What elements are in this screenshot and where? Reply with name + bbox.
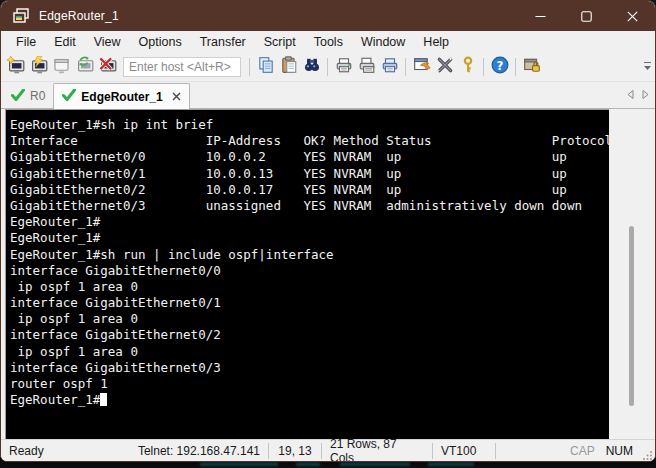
background-window-artifact [340, 462, 410, 466]
menu-help[interactable]: Help [414, 33, 458, 51]
help-icon: ? [491, 56, 509, 78]
toolbar-separator [515, 58, 516, 76]
paste-button[interactable] [277, 56, 300, 79]
disconnect-button[interactable] [96, 56, 119, 79]
connect-in-tab-icon [52, 56, 71, 79]
print-preview-button[interactable] [332, 56, 355, 79]
securecrt-window: EdgeRouter_1 File Edit View Options Tran… [0, 0, 656, 462]
maximize-button[interactable] [563, 1, 609, 31]
status-num-lock: NUM [598, 443, 641, 459]
reconnect-button[interactable] [73, 56, 96, 79]
terminal-line: GigabitEthernet0/3 unassigned YES NVRAM … [10, 198, 609, 214]
lock-session-icon [523, 56, 541, 78]
paste-icon [280, 56, 298, 78]
terminal-prompt-line: EgeRouter_1# [10, 392, 609, 408]
terminal-line: ip ospf 1 area 0 [10, 311, 609, 327]
resize-grip[interactable] [641, 440, 655, 462]
terminal-line: ip ospf 1 area 0 [10, 344, 609, 360]
key-agent-button[interactable] [456, 56, 479, 79]
clear-screen-icon [436, 56, 454, 78]
quick-connect-icon [6, 56, 25, 79]
terminal-line: interface GigabitEthernet0/2 [10, 327, 609, 343]
background-window-artifact [296, 462, 320, 466]
title-bar[interactable]: EdgeRouter_1 [1, 1, 655, 31]
toolbar-separator [483, 58, 484, 76]
status-ready: Ready [9, 444, 44, 458]
key-agent-icon [459, 56, 477, 78]
status-bar: Ready Telnet: 192.168.47.141 19, 13 21 R… [1, 439, 655, 462]
terminal[interactable]: EgeRouter_1#sh ip int brief Interface IP… [5, 109, 609, 439]
connected-check-icon [62, 89, 76, 104]
minimize-button[interactable] [517, 1, 563, 31]
tab-edgerouter-1[interactable]: EdgeRouter_1 [53, 83, 189, 109]
scrollbar-thumb[interactable] [629, 226, 634, 406]
background-window-artifact [200, 462, 278, 466]
session-options-button[interactable] [410, 56, 433, 79]
menu-window[interactable]: Window [352, 33, 414, 51]
menu-edit[interactable]: Edit [45, 33, 85, 51]
window-title: EdgeRouter_1 [39, 9, 119, 23]
status-emulation: VT100 [433, 443, 495, 459]
connect-icon [29, 56, 48, 79]
clear-screen-button[interactable] [433, 56, 456, 79]
connect-in-tab-button[interactable] [50, 56, 73, 79]
status-ready-cell: Ready Telnet: 192.168.47.141 [1, 443, 268, 459]
status-caps-lock: CAP [562, 443, 598, 459]
quick-connect-button[interactable] [4, 56, 27, 79]
print-setup-button[interactable] [378, 56, 401, 79]
print-setup-icon [381, 56, 399, 78]
terminal-line: EgeRouter_1#sh ip int brief [10, 117, 609, 133]
status-cursor-position: 19, 13 [269, 443, 321, 459]
terminal-line: interface GigabitEthernet0/1 [10, 295, 609, 311]
status-connection: Telnet: 192.168.47.141 [138, 444, 260, 458]
close-button[interactable] [609, 1, 655, 31]
terminal-line: GigabitEthernet0/1 10.0.0.13 YES NVRAM u… [10, 166, 609, 182]
tab-close-icon[interactable] [172, 92, 181, 101]
svg-text:?: ? [496, 59, 503, 73]
reconnect-icon [75, 56, 94, 79]
terminal-cursor [100, 393, 107, 406]
menu-tools[interactable]: Tools [305, 33, 352, 51]
terminal-line: interface GigabitEthernet0/0 [10, 263, 609, 279]
menu-script[interactable]: Script [255, 33, 305, 51]
lock-session-button[interactable] [520, 56, 543, 79]
status-terminal-size: 21 Rows, 87 Cols [322, 443, 432, 459]
tab-label: R0 [30, 89, 45, 103]
tab-bar: R0 EdgeRouter_1 [1, 82, 655, 109]
menu-transfer[interactable]: Transfer [191, 33, 255, 51]
app-icon [13, 8, 31, 24]
session-options-icon [413, 56, 431, 78]
terminal-line: EgeRouter_1# [10, 230, 609, 246]
disconnect-icon [98, 56, 117, 79]
terminal-prompt: EgeRouter_1# [10, 392, 100, 407]
menu-file[interactable]: File [7, 33, 45, 51]
menu-bar: File Edit View Options Transfer Script T… [1, 31, 655, 53]
terminal-line: Interface IP-Address OK? Method Status P… [10, 133, 609, 149]
status-empty-cell [496, 443, 562, 459]
copy-button[interactable] [254, 56, 277, 79]
print-button[interactable] [355, 56, 378, 79]
print-preview-icon [335, 56, 353, 78]
help-button[interactable]: ? [488, 56, 511, 79]
host-input[interactable] [123, 57, 241, 77]
terminal-line: EgeRouter_1#sh run | include ospf|interf… [10, 247, 609, 263]
terminal-line: router ospf 1 [10, 376, 609, 392]
terminal-line: ip ospf 1 area 0 [10, 279, 609, 295]
terminal-zone: EgeRouter_1#sh ip int brief Interface IP… [1, 109, 655, 439]
menu-view[interactable]: View [85, 33, 130, 51]
connect-button[interactable] [27, 56, 50, 79]
toolbar-overflow-icon[interactable] [643, 59, 652, 77]
toolbar-separator [405, 58, 406, 76]
find-button[interactable] [300, 56, 323, 79]
tab-scroll-left-icon[interactable] [625, 86, 636, 104]
copy-icon [257, 56, 275, 78]
terminal-line: GigabitEthernet0/0 10.0.0.2 YES NVRAM up… [10, 149, 609, 165]
tab-scroll-right-icon[interactable] [640, 86, 651, 104]
menu-options[interactable]: Options [130, 33, 191, 51]
print-icon [358, 56, 376, 78]
tab-r0[interactable]: R0 [3, 84, 53, 108]
tab-label: EdgeRouter_1 [81, 90, 162, 104]
tab-scroll-controls [625, 86, 651, 104]
terminal-line: interface GigabitEthernet0/3 [10, 360, 609, 376]
terminal-scrollbar[interactable] [609, 109, 655, 439]
